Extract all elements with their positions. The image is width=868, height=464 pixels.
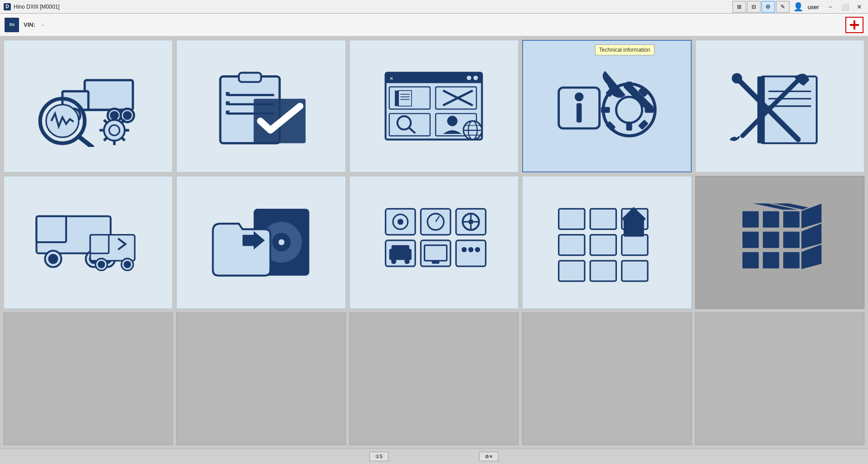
svg-point-120 [469,247,474,252]
diagnostics-cell[interactable] [4,40,173,172]
window-controls: ⊞ ⊟ ⚙ ✎ 👤 user − ⬜ ✕ [732,0,868,14]
technical-info-icon [540,54,674,159]
vehicle-config-icon [367,190,501,295]
toolbar-btn-edit[interactable]: ✎ [776,1,790,13]
maximize-button[interactable]: ⬜ [838,0,852,14]
checklist-icon [194,54,329,159]
checklist-cell[interactable] [176,40,345,172]
main-grid: ✕ [0,36,868,449]
svg-line-22 [104,138,107,141]
empty-cell-3 [349,313,519,445]
svg-point-92 [124,262,130,268]
svg-rect-122 [559,209,585,230]
svg-rect-102 [456,240,486,266]
3d-parts-icon [713,190,847,295]
status-left-icon: ①S [375,454,383,459]
toolbar-logo: ①S [5,18,19,32]
svg-line-21 [122,138,125,141]
svg-point-15 [109,125,120,136]
svg-line-13 [80,138,92,147]
empty-cell-1 [4,313,173,445]
user-label: user [804,4,823,10]
svg-rect-137 [762,231,780,249]
svg-rect-130 [622,261,648,281]
minimize-button[interactable]: − [824,0,837,14]
svg-point-96 [279,239,285,245]
vehicle-config-cell[interactable] [349,176,519,308]
svg-line-20 [104,120,107,122]
svg-rect-139 [742,252,759,269]
empty-cell-2 [176,313,345,445]
user-icon: 👤 [793,2,803,12]
svg-rect-63 [626,122,632,131]
toolbar-btn-settings[interactable]: ⚙ [761,1,775,13]
svg-point-121 [475,247,480,252]
svg-rect-126 [590,235,616,255]
svg-point-10 [124,112,131,119]
empty-cell-5 [695,313,864,445]
svg-rect-43 [399,91,412,106]
manual-cell[interactable] [695,40,864,172]
title-bar: D Hino DXIII [M0001] ⊞ ⊟ ⚙ ✎ 👤 user − ⬜ … [0,0,868,14]
manual-icon [713,54,847,159]
svg-rect-114 [392,245,409,251]
empty-cell-4 [522,313,691,445]
repair-info-icon: ✕ [367,54,501,159]
svg-rect-1 [850,24,859,26]
svg-point-82 [49,255,57,263]
svg-point-36 [474,76,478,80]
status-bar: ①S ⚙✕ [0,449,868,464]
status-left-button[interactable]: ①S [369,452,388,461]
svg-rect-127 [622,235,648,255]
svg-rect-128 [559,261,585,281]
svg-rect-30 [226,102,229,105]
svg-point-119 [462,247,467,252]
svg-rect-64 [601,107,610,113]
app-icon: D [4,3,11,10]
svg-rect-72 [757,77,765,143]
svg-rect-25 [239,73,261,82]
svg-rect-140 [762,252,780,269]
toolbar-btn-2[interactable]: ⊟ [747,1,761,13]
svg-rect-2 [85,80,133,110]
svg-point-51 [447,116,458,126]
svg-rect-133 [742,211,759,228]
data-backup-cell[interactable] [176,176,345,308]
svg-rect-88 [90,235,109,254]
svg-rect-118 [432,261,439,264]
svg-point-35 [467,76,471,80]
vin-value: - [42,21,44,28]
close-button[interactable]: ✕ [853,0,866,14]
svg-point-90 [98,262,104,268]
svg-rect-138 [783,231,800,249]
svg-line-23 [122,120,125,122]
add-vehicle-button[interactable] [845,17,863,33]
svg-rect-135 [783,211,800,228]
customize-cell[interactable] [522,176,691,308]
svg-rect-129 [590,261,616,281]
3d-parts-cell[interactable] [695,176,864,308]
fleet-cell[interactable] [4,176,173,308]
fleet-icon [21,190,155,295]
svg-rect-136 [742,231,759,249]
customize-icon [539,190,674,295]
svg-rect-29 [226,92,229,96]
status-right-button[interactable]: ⚙✕ [479,452,499,461]
svg-point-108 [469,220,474,225]
svg-rect-125 [559,235,585,255]
svg-rect-31 [226,111,229,114]
toolbar-btn-1[interactable]: ⊞ [732,1,746,13]
status-right-icon: ⚙✕ [485,454,493,459]
add-icon [849,20,860,30]
svg-point-104 [398,219,403,225]
svg-rect-134 [762,211,780,228]
svg-point-77 [732,73,742,83]
vin-label: VIN: [24,21,35,28]
svg-rect-80 [36,216,66,242]
technical-info-cell[interactable]: Technical information [522,40,691,172]
svg-point-116 [405,259,410,264]
repair-info-cell[interactable]: ✕ [349,40,519,172]
svg-text:✕: ✕ [389,76,393,81]
svg-rect-123 [590,209,616,230]
svg-rect-141 [783,252,800,269]
